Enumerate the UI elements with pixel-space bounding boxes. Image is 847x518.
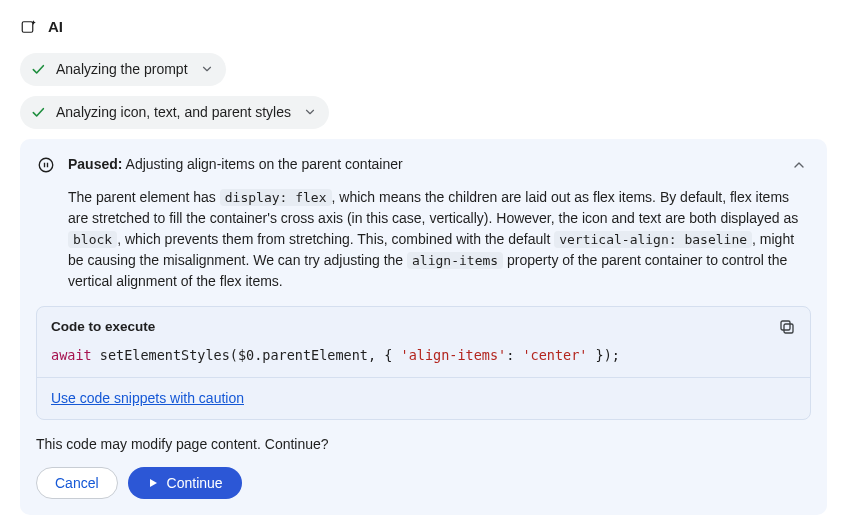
code-card-title: Code to execute	[51, 317, 155, 337]
svg-point-1	[39, 158, 53, 172]
panel-title: AI	[48, 16, 63, 39]
caution-link[interactable]: Use code snippets with caution	[51, 390, 244, 406]
paused-explanation: The parent element has display: flex, wh…	[68, 187, 811, 292]
paused-title: Adjusting align-items on the parent cont…	[126, 156, 403, 172]
svg-rect-5	[781, 321, 790, 330]
chevron-down-icon	[303, 105, 317, 119]
check-icon	[30, 104, 46, 120]
ai-sparkle-icon	[20, 18, 38, 36]
code-inline: align-items	[407, 252, 503, 269]
step-label: Analyzing icon, text, and parent styles	[56, 102, 291, 123]
pause-icon	[36, 155, 56, 175]
check-icon	[30, 61, 46, 77]
code-block: await setElementStyles($0.parentElement,…	[37, 343, 810, 377]
step-chip-analyzing-styles[interactable]: Analyzing icon, text, and parent styles	[20, 96, 329, 129]
continue-button[interactable]: Continue	[128, 467, 242, 499]
paused-badge-text: Paused:	[68, 156, 122, 172]
cancel-button[interactable]: Cancel	[36, 467, 118, 499]
svg-marker-6	[150, 479, 157, 487]
step-chip-analyzing-prompt[interactable]: Analyzing the prompt	[20, 53, 226, 86]
continue-label: Continue	[167, 475, 223, 491]
chevron-down-icon	[200, 62, 214, 76]
step-label: Analyzing the prompt	[56, 59, 188, 80]
svg-rect-4	[784, 324, 793, 333]
code-card: Code to execute await setElementStyles($…	[36, 306, 811, 421]
paused-section: Paused: Adjusting align-items on the par…	[20, 139, 827, 516]
play-icon	[147, 477, 159, 489]
code-inline: vertical-align: baseline	[554, 231, 752, 248]
code-inline: block	[68, 231, 117, 248]
svg-rect-0	[22, 22, 33, 33]
copy-button[interactable]	[778, 318, 796, 336]
confirm-text: This code may modify page content. Conti…	[36, 434, 811, 455]
collapse-button[interactable]	[787, 153, 811, 177]
code-inline: display: flex	[220, 189, 332, 206]
